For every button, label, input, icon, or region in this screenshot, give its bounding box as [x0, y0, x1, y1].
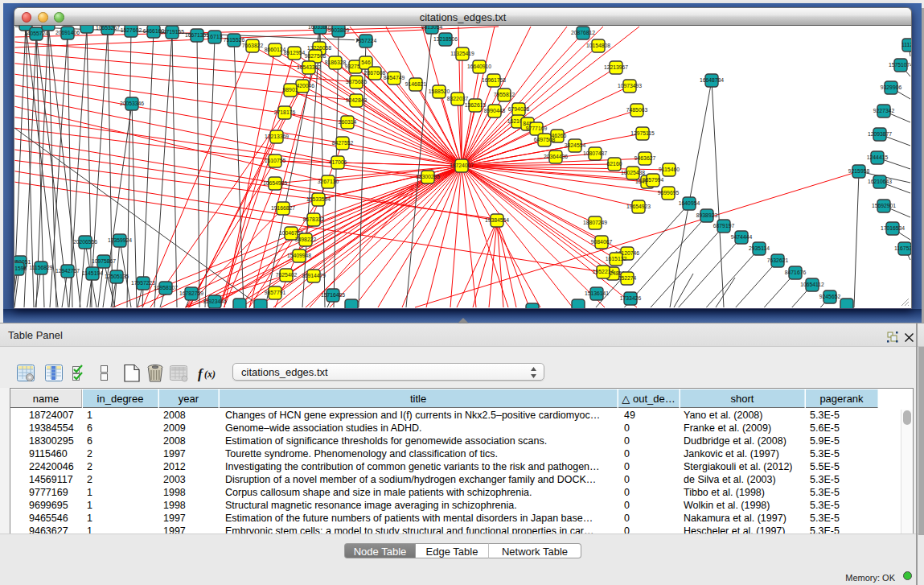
svg-text:10719155: 10719155	[160, 29, 184, 35]
svg-text:1640954: 1640954	[679, 200, 700, 206]
svg-text:12505135: 12505135	[105, 274, 129, 279]
svg-text:546: 546	[361, 60, 371, 65]
svg-text:8678332: 8678332	[303, 216, 325, 222]
svg-text:12213369: 12213369	[265, 134, 289, 139]
svg-text:9463627: 9463627	[634, 155, 656, 161]
svg-text:20876812: 20876812	[571, 30, 595, 35]
svg-text:16640910: 16640910	[467, 64, 491, 69]
svg-text:15136141: 15136141	[585, 290, 609, 296]
svg-text:3267130: 3267130	[318, 179, 339, 184]
svg-text:5003809: 5003809	[328, 27, 350, 33]
svg-text:20691406: 20691406	[55, 30, 80, 35]
svg-text:7357224: 7357224	[355, 38, 377, 43]
svg-text:2718176: 2718176	[274, 109, 296, 115]
svg-text:18724007: 18724007	[450, 163, 474, 168]
svg-text:10025438: 10025438	[621, 170, 645, 175]
svg-text:417006: 417006	[329, 159, 347, 165]
svg-text:16543362: 16543362	[297, 64, 321, 70]
svg-text:9474444: 9474444	[731, 234, 753, 240]
svg-text:9242843: 9242843	[346, 97, 368, 103]
svg-text:8454749: 8454749	[384, 75, 405, 80]
svg-text:8186328: 8186328	[325, 60, 347, 65]
svg-text:1244415: 1244415	[867, 154, 889, 160]
svg-text:7625402: 7625402	[276, 272, 298, 278]
svg-text:8471676: 8471676	[785, 270, 807, 275]
svg-text:2935114: 2935114	[749, 245, 770, 251]
svg-text:7663822: 7663822	[242, 43, 264, 48]
svg-text:16648784: 16648784	[700, 77, 724, 83]
svg-text:1588520: 1588520	[429, 89, 450, 94]
svg-text:16713: 16713	[207, 34, 223, 39]
svg-text:6794028: 6794028	[508, 106, 530, 112]
svg-text:16210643: 16210643	[868, 179, 892, 184]
svg-text:12942757: 12942757	[55, 268, 80, 274]
svg-text:15692901: 15692901	[872, 203, 896, 208]
svg-text:3498222: 3498222	[295, 237, 317, 242]
svg-text:8813054: 8813054	[421, 26, 443, 30]
svg-text:7515526: 7515526	[224, 37, 245, 43]
svg-text:9857994: 9857994	[643, 177, 664, 183]
svg-text:9827508: 9827508	[305, 53, 326, 59]
svg-text:1733426: 1733426	[620, 295, 642, 301]
svg-text:19384554: 19384554	[485, 217, 509, 223]
svg-text:6879197: 6879197	[713, 223, 735, 229]
svg-text:9245652: 9245652	[819, 294, 841, 299]
svg-text:9857791: 9857791	[265, 290, 286, 295]
svg-text:6497508: 6497508	[534, 137, 556, 142]
svg-text:98901: 98901	[283, 87, 298, 93]
svg-text:12975115: 12975115	[630, 130, 655, 136]
svg-text:12093877: 12093877	[868, 131, 892, 137]
svg-text:10973493: 10973493	[618, 83, 642, 89]
svg-text:10958107: 10958107	[154, 285, 178, 290]
svg-text:9329906: 9329906	[881, 84, 902, 90]
svg-text:1167533: 1167533	[894, 245, 911, 251]
svg-text:16914479: 16914479	[302, 273, 326, 278]
svg-text:9115460: 9115460	[659, 167, 680, 172]
svg-text:8427552: 8427552	[332, 140, 354, 146]
svg-text:11156829: 11156829	[29, 265, 52, 270]
svg-text:10807487: 10807487	[583, 150, 607, 156]
svg-text:1362615: 1362615	[465, 102, 487, 108]
svg-text:20364436: 20364436	[544, 154, 568, 159]
svg-text:10654112: 10654112	[800, 282, 824, 287]
svg-text:1145194: 1145194	[82, 270, 103, 276]
svg-text:13218506: 13218506	[433, 36, 458, 42]
svg-text:18300295: 18300295	[416, 174, 440, 179]
svg-text:9227342: 9227342	[873, 108, 895, 113]
svg-text:8938923: 8938923	[696, 212, 718, 218]
svg-text:3824554: 3824554	[565, 142, 586, 148]
svg-text:12213967: 12213967	[604, 64, 628, 70]
svg-text:1615132: 1615132	[606, 256, 627, 262]
svg-text:16671355: 16671355	[185, 32, 209, 38]
svg-text:19166827: 19166827	[271, 205, 295, 211]
svg-text:8912954: 8912954	[284, 50, 306, 56]
svg-text:1952214: 1952214	[593, 269, 614, 274]
svg-text:16961758: 16961758	[482, 77, 506, 83]
svg-text:10154808: 10154808	[586, 43, 610, 48]
svg-text:1610755: 1610755	[265, 158, 286, 163]
svg-text:8660124: 8660124	[265, 47, 286, 52]
svg-text:15716485: 15716485	[321, 292, 345, 298]
svg-text:9215958: 9215958	[848, 168, 870, 174]
svg-text:8990448: 8990448	[484, 108, 506, 113]
svg-text:11923446: 11923446	[203, 299, 227, 304]
svg-text:15409948: 15409948	[287, 253, 311, 258]
svg-text:11123: 11123	[901, 42, 911, 47]
svg-text:11325419: 11325419	[450, 51, 474, 56]
svg-text:3875685: 3875685	[346, 79, 368, 84]
svg-text:10654985: 10654985	[263, 180, 287, 186]
svg-text:17359924: 17359924	[108, 237, 132, 243]
svg-text:9084067: 9084067	[591, 239, 613, 245]
svg-text:18807249: 18807249	[583, 220, 607, 225]
svg-text:10653267: 10653267	[96, 26, 120, 31]
svg-text:16782759: 16782759	[179, 290, 203, 296]
svg-text:7955812: 7955812	[494, 92, 515, 97]
svg-text:2867608: 2867608	[364, 70, 386, 76]
svg-text:9146821: 9146821	[405, 81, 427, 87]
svg-text:1527602: 1527602	[121, 27, 142, 33]
svg-text:7632621: 7632621	[767, 257, 789, 263]
svg-text:f: f	[198, 366, 204, 381]
svg-text:14055724: 14055724	[24, 31, 48, 36]
svg-text:391596: 391596	[14, 266, 27, 271]
svg-text:20053346: 20053346	[120, 101, 144, 106]
